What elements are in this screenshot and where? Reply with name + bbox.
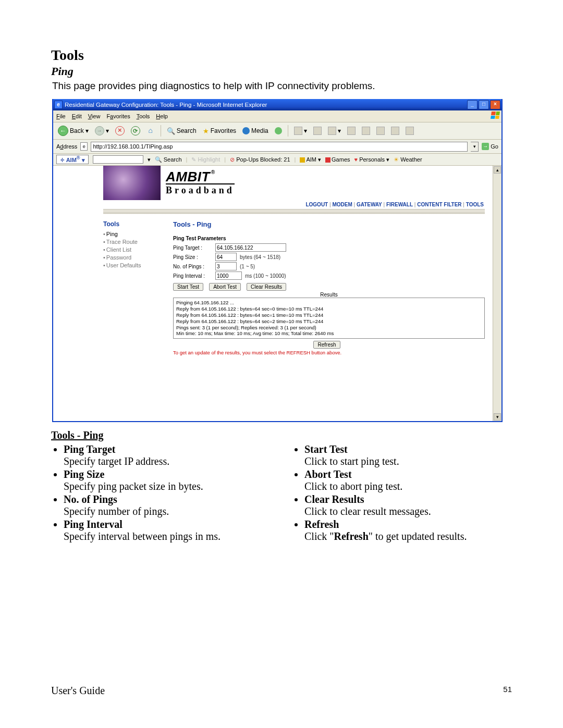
scroll-down-button[interactable]: ▾ [494,413,501,421]
stop-icon: × [115,126,125,135]
input-ping-target[interactable] [215,243,286,252]
mail-icon [294,127,302,135]
aim-highlight[interactable]: ✎ Highlight [191,156,220,163]
desc-item-start-test: Start Test Click to start ping test. [304,443,512,467]
address-bar: Address e http://192.168.100.1/TlPing.as… [53,140,501,154]
generic-icon [376,127,385,135]
nav-content-filter[interactable]: CONTENT FILTER [417,202,461,207]
aim-games[interactable]: Games [325,156,350,163]
aim-chevron[interactable]: ▾ [148,156,151,163]
results-box: Pinging 64.105.166.122 ... Reply from 64… [173,298,485,339]
print-button[interactable] [312,126,323,135]
aim-logo[interactable]: ✧ AIM® ▾ [56,155,89,164]
media-button[interactable]: Media [241,127,270,135]
clear-results-button[interactable]: Clear Results [247,283,286,291]
description-col-left: Ping Target Specify target IP address. P… [51,443,271,544]
desc-item-clear-results: Clear Results Click to clear result mess… [304,493,512,517]
sidebar-item-user-defaults[interactable]: User Defaults [103,262,161,268]
ie-icon: e [54,101,63,109]
scroll-up-button[interactable]: ▴ [494,166,501,174]
address-input[interactable]: http://192.168.100.1/TlPing.asp [91,142,468,152]
search-button[interactable]: 🔍Search [165,127,198,135]
favorites-button[interactable]: ★Favorites [201,127,238,135]
aim-aim[interactable]: AIM ▾ [300,156,321,163]
window-titlebar[interactable]: e Residential Gateway Configuration: Too… [53,99,501,110]
refresh-results-button[interactable]: Refresh [313,341,340,349]
page-icon: e [80,142,88,151]
label-ping-target: Ping Target : [173,245,212,251]
edit-button[interactable]: ▾ [326,126,342,135]
gateway-banner: AMBIT® Broadband [53,166,493,200]
nav-firewall[interactable]: FIREWALL [386,202,413,207]
aim-search-input[interactable] [93,155,143,164]
hint-ping-size: bytes (64 ~ 1518) [240,254,280,260]
back-button[interactable]: ← Back ▾ [56,125,90,137]
refresh-button[interactable]: ⟳ [129,126,142,136]
page-number: 51 [503,685,512,697]
nav-logout[interactable]: LOGOUT [305,202,328,207]
menu-file[interactable]: File [56,113,66,119]
hint-no-of-pings: (1 ~ 5) [240,264,255,269]
input-no-of-pings[interactable] [215,262,237,270]
toolbar-extra-2[interactable] [360,126,372,135]
stop-button[interactable]: × [114,126,126,136]
input-ping-size[interactable] [215,253,237,261]
sidebar-item-trace-route[interactable]: Trace Route [103,239,161,245]
generic-icon [406,127,414,135]
toolbar-extra-4[interactable] [389,126,401,135]
aim-popups[interactable]: ⊘ Pop-Ups Blocked: 21 [230,156,290,163]
aim-personals[interactable]: ♥ Personals ▾ [354,156,390,163]
label-ping-interval: Ping Interval : [173,273,212,279]
menu-tools[interactable]: Tools [137,113,150,119]
menu-view[interactable]: View [88,113,101,119]
menu-favorites[interactable]: Favorites [106,113,130,119]
minimize-button[interactable]: _ [467,100,478,109]
go-button[interactable]: → Go [482,143,498,150]
results-label: Results [173,292,485,298]
history-button[interactable] [273,127,284,135]
address-label: Address [56,143,77,150]
nav-modem[interactable]: MODEM [332,202,352,207]
desc-item-refresh: Refresh Click "Refresh" to get updated r… [304,519,512,542]
sidebar-item-password[interactable]: Password [103,254,161,261]
aim-weather[interactable]: ☀ Weather [394,156,422,163]
label-no-of-pings: No. of Pings : [173,264,212,269]
maximize-button[interactable]: □ [479,100,489,109]
sidebar: Tools Ping Trace Route Client List Passw… [103,220,161,355]
aim-search-button[interactable]: 🔍 Search [155,156,182,163]
section-intro: This page provides ping diagnostics to h… [52,80,512,92]
brand-logo: AMBIT® Broadband [161,166,235,200]
menu-help[interactable]: Help [156,113,168,119]
label-ping-size: Ping Size : [173,254,212,260]
back-label: Back [70,127,84,134]
abort-test-button[interactable]: Abort Test [209,283,241,291]
scrollbar[interactable]: ▴ ▾ [493,166,501,421]
star-icon: ★ [203,127,209,135]
hint-ping-interval: ms (100 ~ 10000) [245,273,286,279]
gateway-topnav: LOGOUT | MODEM | GATEWAY | FIREWALL | CO… [53,200,493,209]
arrow-right-icon: → [95,126,104,135]
menu-edit[interactable]: Edit [72,113,82,119]
start-test-button[interactable]: Start Test [173,283,203,291]
home-button[interactable]: ⌂ [145,126,156,135]
mail-button[interactable]: ▾ [292,126,309,135]
toolbar-extra-5[interactable] [404,126,415,135]
forward-button[interactable]: → ▾ [93,126,111,136]
ie-toolbar: ← Back ▾ → ▾ × ⟳ ⌂ 🔍Search ★Favorites Me… [53,122,501,140]
nav-gateway[interactable]: GATEWAY [357,202,382,207]
desc-item-ping-size: Ping Size Specify ping packet size in by… [64,468,271,492]
desc-item-ping-target: Ping Target Specify target IP address. [64,443,271,467]
sidebar-item-client-list[interactable]: Client List [103,246,161,253]
toolbar-extra-3[interactable] [375,126,386,135]
sidebar-item-ping[interactable]: Ping [103,231,161,237]
history-icon [275,127,282,134]
windows-flag-icon [491,112,500,119]
toolbar-extra-1[interactable] [346,126,357,135]
nav-tools[interactable]: TOOLS [466,202,484,207]
refresh-icon: ⟳ [131,126,140,135]
close-button[interactable]: × [490,100,500,109]
generic-icon [391,127,399,135]
input-ping-interval[interactable] [215,272,242,280]
footer-left: User's Guide [51,685,105,697]
address-dropdown[interactable]: ▾ [471,142,479,152]
